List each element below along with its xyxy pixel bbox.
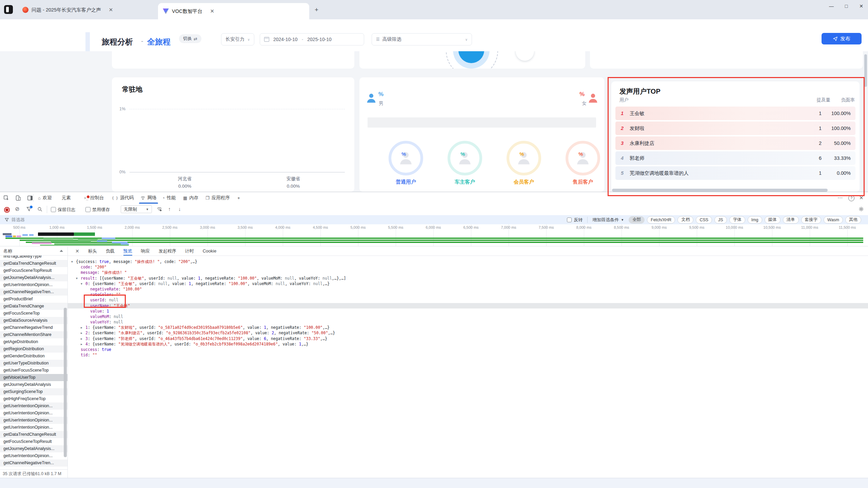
filter-pill-清单[interactable]: 清单	[783, 216, 799, 224]
tab-close-icon[interactable]: ✕	[210, 8, 214, 14]
devtools-more-tabs-button[interactable]: +	[237, 192, 240, 204]
json-line[interactable]: ▼0: {userName: "王会敏", userId: null, valu…	[68, 281, 868, 286]
devtools-tab-应用程序[interactable]: ❐应用程序	[205, 192, 230, 204]
dock-side-icon[interactable]	[27, 195, 33, 201]
browser-tab[interactable]: 问题 - 2025年长安汽车客户之声✕	[18, 3, 155, 17]
network-overview-waterfall[interactable]	[0, 231, 868, 246]
json-line[interactable]: value: 1	[68, 308, 868, 314]
expander-closed-icon[interactable]: ▶	[81, 342, 82, 347]
request-row[interactable]: getChannelNegativeTren...	[0, 288, 67, 296]
request-row[interactable]: getGenderDistribution	[0, 353, 67, 360]
request-row[interactable]: getJourneyDetailAnalysis	[0, 381, 67, 388]
detail-tab-计时[interactable]: 计时	[185, 247, 194, 256]
devtools-tab-源代码[interactable]: { }源代码	[112, 192, 134, 204]
filter-pill-套接字[interactable]: 套接字	[801, 216, 822, 224]
filter-pill-全部[interactable]: 全部	[629, 216, 645, 224]
request-row[interactable]: getChannelNegativeTrend	[0, 324, 67, 331]
request-row[interactable]: getUserIntentionOpinion...	[0, 402, 67, 410]
filter-pill-CSS[interactable]: CSS	[696, 216, 712, 224]
disable-cache-checkbox[interactable]	[85, 207, 91, 212]
request-name-column-header[interactable]: 名称	[0, 247, 68, 256]
request-row[interactable]: getDataTrendChange	[0, 303, 67, 310]
tab-close-icon[interactable]: ✕	[109, 7, 113, 13]
filter-pill-Fetch/XHR[interactable]: Fetch/XHR	[647, 216, 675, 224]
switch-journey-button[interactable]: 切换⇄	[179, 34, 201, 43]
json-line[interactable]: ▶4: {userName: "芜湖做空调地暖最靠谱的人", userId: "…	[68, 341, 868, 347]
expander-open-icon[interactable]: ▼	[71, 259, 73, 265]
json-line[interactable]: success: true	[68, 347, 868, 352]
devtools-tab-控制台[interactable]: >_控制台	[84, 192, 104, 204]
request-row[interactable]: getUserIntentionOpinion...	[0, 410, 67, 417]
devtools-tab-欢迎[interactable]: ⌂欢迎	[38, 192, 52, 204]
json-line[interactable]: userName: "王会敏"	[68, 303, 868, 308]
expander-open-icon[interactable]: ▼	[76, 276, 78, 281]
request-row[interactable]: getUserIntentionOpinion...	[0, 417, 67, 424]
json-line[interactable]: rateColor: ""	[68, 292, 868, 297]
json-line[interactable]: code: "200"	[68, 264, 868, 270]
request-row[interactable]: getAgeDistribution	[0, 338, 67, 345]
request-row[interactable]: getDataTrendChangeResult	[0, 260, 67, 267]
request-row[interactable]: getRegionDistribution	[0, 345, 67, 353]
request-row[interactable]: getChannelMentionShare	[0, 331, 67, 338]
window-minimize-button[interactable]: —	[825, 3, 838, 9]
request-row[interactable]: getSurgingSceneTop	[0, 388, 67, 395]
request-row[interactable]: getDataSourceAnalysis	[0, 317, 67, 324]
detail-tab-负载[interactable]: 负载	[106, 247, 115, 256]
request-row[interactable]: getUserIntentionOpinion...	[0, 452, 67, 459]
detail-tab-标头[interactable]: 标头	[88, 247, 97, 256]
preserve-log-checkbox[interactable]	[51, 207, 56, 212]
browser-tab[interactable]: VOC数智平台✕	[158, 3, 309, 19]
request-row[interactable]: getUserIntentionOpinion...	[0, 281, 67, 288]
filter-pill-媒体[interactable]: 媒体	[765, 216, 781, 224]
devtools-tab-内存[interactable]: ▦内存	[183, 192, 198, 204]
request-row[interactable]: getChannelNegativeTren...	[0, 459, 67, 467]
json-line[interactable]: negativeRate: "100.00"	[68, 286, 868, 292]
request-row[interactable]: findTagLabelByType	[0, 256, 67, 260]
expander-closed-icon[interactable]: ▶	[81, 336, 82, 342]
request-list-scrollbar[interactable]	[64, 308, 67, 457]
import-har-icon[interactable]: ↑	[168, 206, 171, 212]
json-line[interactable]: valueMoM: null	[68, 314, 868, 319]
filter-funnel-icon[interactable]	[26, 207, 32, 211]
throttle-select[interactable]: 无限制▼	[121, 205, 152, 213]
devtools-tab-网络[interactable]: 网络	[140, 192, 157, 204]
request-row[interactable]: getHighFreqSceneTop	[0, 395, 67, 402]
request-row[interactable]: getUserFocusSceneTop	[0, 367, 67, 374]
close-detail-icon[interactable]: ✕	[75, 248, 79, 254]
devtools-tab-元素[interactable]: 元素	[60, 192, 71, 204]
device-toolbar-icon[interactable]	[15, 195, 21, 201]
json-line[interactable]: ▶1: {userName: "发财啦", userId: "o_5871a02…	[68, 325, 868, 330]
detail-tab-预览[interactable]: 预览	[123, 247, 132, 256]
filter-pill-JS[interactable]: JS	[714, 216, 727, 224]
gear-icon[interactable]	[859, 206, 864, 212]
window-maximize-button[interactable]: □	[840, 3, 853, 9]
request-row[interactable]: getProductBrief	[0, 296, 67, 303]
record-icon[interactable]	[4, 207, 10, 213]
more-filters-label[interactable]: 增加筛选条件	[592, 217, 619, 223]
date-range-picker[interactable]: 2024-10-10 - 2025-10-10	[260, 33, 364, 45]
request-row[interactable]: getFocusSceneTopResult	[0, 438, 67, 445]
json-line[interactable]: ▶2: {userName: "永康利捷店", userId: "o_92863…	[68, 330, 868, 336]
filter-pill-Wasm[interactable]: Wasm	[824, 216, 843, 224]
json-line[interactable]: ▼result: [{userName: "王会敏", userId: null…	[68, 276, 868, 281]
scrollbar-vertical[interactable]	[864, 54, 867, 87]
filter-input[interactable]: 筛选器	[12, 217, 25, 223]
invert-checkbox[interactable]	[567, 218, 572, 222]
filter-pill-Img[interactable]: Img	[748, 216, 762, 224]
json-line[interactable]: tid: ""	[68, 352, 868, 358]
window-close-button[interactable]: ✕	[854, 3, 868, 9]
filter-pill-其他[interactable]: 其他	[845, 216, 861, 224]
advanced-filter-select[interactable]: ☰ 高级筛选∨	[372, 33, 472, 45]
json-line[interactable]: ▼{success: true, message: "操作成功! ", code…	[68, 259, 868, 264]
detail-tab-Cookie[interactable]: Cookie	[203, 247, 216, 256]
json-line[interactable]: message: "操作成功! "	[68, 270, 868, 275]
detail-tab-发起程序[interactable]: 发起程序	[159, 247, 176, 256]
json-line[interactable]: valueYoY: null	[68, 319, 868, 325]
new-tab-button[interactable]: +	[315, 6, 318, 14]
search-icon[interactable]	[37, 207, 42, 212]
request-row[interactable]: getJourneyDetailAnalysis...	[0, 274, 67, 281]
inspect-icon[interactable]	[3, 195, 9, 201]
network-conditions-icon[interactable]	[157, 206, 162, 212]
workspace-icon[interactable]	[4, 5, 13, 14]
request-row[interactable]: getFocusSceneTopResult	[0, 267, 67, 274]
